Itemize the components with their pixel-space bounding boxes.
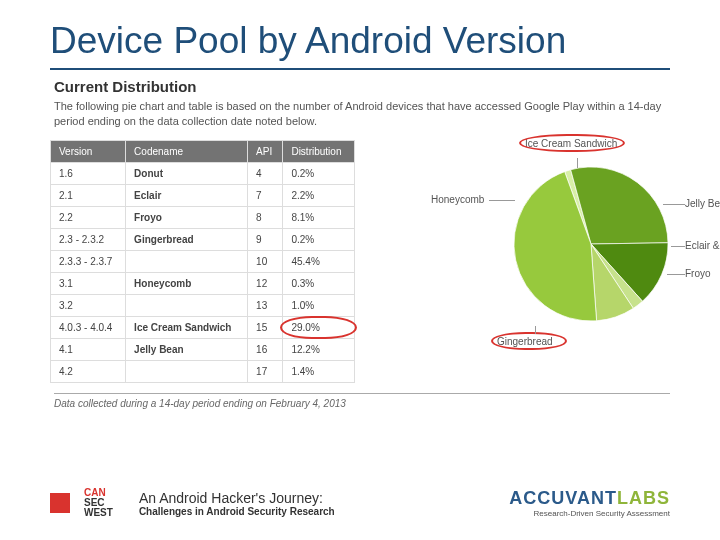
pie-holder	[507, 160, 675, 328]
cell-codename: Gingerbread	[126, 228, 248, 250]
table-row: 4.2171.4%	[51, 360, 355, 382]
line-froyo	[667, 274, 685, 275]
footer-right: ACCUVANTLABS Research-Driven Security As…	[509, 488, 670, 518]
accuvant-logo: ACCUVANTLABS	[509, 488, 670, 509]
table-row: 2.3 - 2.3.2Gingerbread90.2%	[51, 228, 355, 250]
cell-dist: 29.0%	[283, 316, 355, 338]
col-codename: Codename	[126, 140, 248, 162]
line-ics	[577, 158, 578, 168]
line-eclair	[671, 246, 685, 247]
cell-dist: 0.2%	[283, 228, 355, 250]
cell-codename: Donut	[126, 162, 248, 184]
slide-title: Device Pool by Android Version	[50, 20, 670, 62]
legend-froyo: Froyo	[685, 268, 711, 279]
cell-codename	[126, 250, 248, 272]
cell-api: 8	[248, 206, 283, 228]
cell-api: 10	[248, 250, 283, 272]
footer-subtitle: Challenges in Android Security Research	[139, 506, 335, 517]
col-version: Version	[51, 140, 126, 162]
cell-version: 2.1	[51, 184, 126, 206]
cell-dist: 45.4%	[283, 250, 355, 272]
line-jellybean	[663, 204, 685, 205]
distribution-table: Version Codename API Distribution 1.6Don…	[50, 140, 355, 383]
cell-version: 3.2	[51, 294, 126, 316]
cell-version: 2.3.3 - 2.3.7	[51, 250, 126, 272]
cell-codename: Ice Cream Sandwich	[126, 316, 248, 338]
table-row: 2.3.3 - 2.3.71045.4%	[51, 250, 355, 272]
cell-dist: 8.1%	[283, 206, 355, 228]
cell-version: 4.1	[51, 338, 126, 360]
legend-gingerbread: Gingerbread	[497, 336, 553, 347]
table-header-row: Version Codename API Distribution	[51, 140, 355, 162]
data-collection-note: Data collected during a 14-day period en…	[54, 393, 670, 409]
table-row: 2.2Froyo88.1%	[51, 206, 355, 228]
cell-api: 17	[248, 360, 283, 382]
cell-version: 1.6	[51, 162, 126, 184]
cell-api: 9	[248, 228, 283, 250]
col-distribution: Distribution	[283, 140, 355, 162]
cell-dist: 0.3%	[283, 272, 355, 294]
table-row: 1.6Donut40.2%	[51, 162, 355, 184]
cell-dist: 2.2%	[283, 184, 355, 206]
cell-api: 4	[248, 162, 283, 184]
cell-api: 7	[248, 184, 283, 206]
cell-codename	[126, 294, 248, 316]
legend-honeycomb: Honeycomb	[431, 194, 484, 205]
col-api: API	[248, 140, 283, 162]
cell-dist: 1.0%	[283, 294, 355, 316]
cell-dist: 1.4%	[283, 360, 355, 382]
cell-dist: 12.2%	[283, 338, 355, 360]
line-honeycomb	[489, 200, 515, 201]
cell-version: 2.2	[51, 206, 126, 228]
cell-codename	[126, 360, 248, 382]
cell-version: 2.3 - 2.3.2	[51, 228, 126, 250]
cell-codename: Jelly Bean	[126, 338, 248, 360]
cell-version: 4.0.3 - 4.0.4	[51, 316, 126, 338]
cell-api: 13	[248, 294, 283, 316]
section-description: The following pie chart and table is bas…	[54, 99, 670, 130]
table-row: 2.1Eclair72.2%	[51, 184, 355, 206]
cell-codename: Eclair	[126, 184, 248, 206]
table-row: 3.1Honeycomb120.3%	[51, 272, 355, 294]
cell-version: 4.2	[51, 360, 126, 382]
cell-codename: Froyo	[126, 206, 248, 228]
legend-ics: Ice Cream Sandwich	[525, 138, 617, 149]
section-heading: Current Distribution	[54, 78, 670, 95]
cell-codename: Honeycomb	[126, 272, 248, 294]
table-row: 3.2131.0%	[51, 294, 355, 316]
table-row: 4.1Jelly Bean1612.2%	[51, 338, 355, 360]
cell-dist: 0.2%	[283, 162, 355, 184]
footer-center: An Android Hacker's Journey: Challenges …	[139, 490, 335, 517]
cansecwest-text: CAN SEC WEST	[84, 488, 113, 518]
cell-api: 15	[248, 316, 283, 338]
line-gingerbread	[535, 326, 536, 334]
accuvant-tagline: Research-Driven Security Assessment	[509, 509, 670, 518]
legend-jellybean: Jelly Bean	[685, 198, 720, 209]
table-row: 4.0.3 - 4.0.4Ice Cream Sandwich1529.0%	[51, 316, 355, 338]
pie-chart: Ice Cream Sandwich Honeycomb Gingerbread…	[367, 140, 670, 380]
slide-footer: CAN SEC WEST An Android Hacker's Journey…	[0, 478, 720, 528]
legend-eclair: Eclair & older	[685, 240, 720, 251]
cansecwest-icon	[50, 493, 70, 513]
footer-title: An Android Hacker's Journey:	[139, 490, 335, 506]
title-rule	[50, 68, 670, 70]
cell-api: 12	[248, 272, 283, 294]
cell-api: 16	[248, 338, 283, 360]
cell-version: 3.1	[51, 272, 126, 294]
